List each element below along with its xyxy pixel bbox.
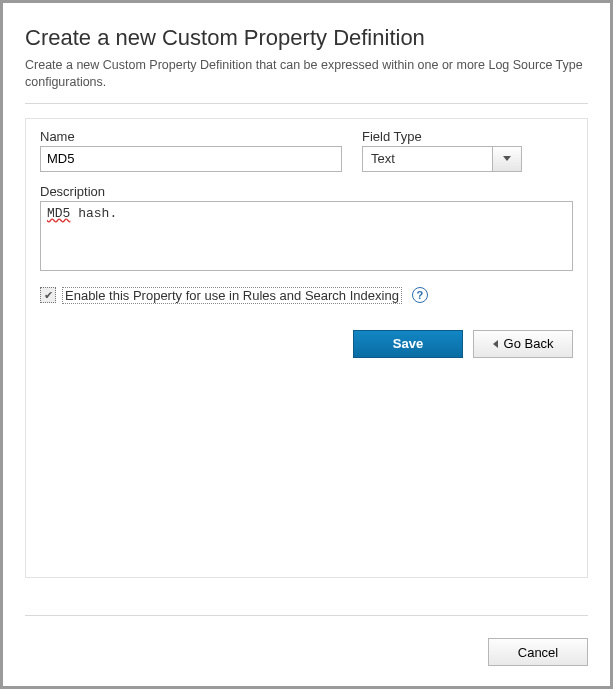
field-field-type: Field Type Text [362, 129, 522, 172]
field-description: Description MD5 hash. [40, 184, 573, 271]
help-icon[interactable]: ? [412, 287, 428, 303]
name-input[interactable] [40, 146, 342, 172]
modal-create-custom-property: Create a new Custom Property Definition … [0, 0, 613, 689]
cancel-button[interactable]: Cancel [488, 638, 588, 666]
go-back-label: Go Back [504, 336, 554, 351]
description-input[interactable]: MD5 hash. [40, 201, 573, 271]
chevron-left-icon [493, 340, 498, 348]
label-name: Name [40, 129, 342, 144]
row-name-type: Name Field Type Text [40, 129, 573, 172]
enable-rules-label[interactable]: Enable this Property for use in Rules an… [62, 287, 402, 304]
label-field-type: Field Type [362, 129, 522, 144]
label-description: Description [40, 184, 573, 199]
page-title: Create a new Custom Property Definition [25, 25, 588, 51]
divider-bottom [25, 615, 588, 616]
spellcheck-underline: MD5 [47, 206, 70, 221]
chevron-down-icon [503, 156, 511, 161]
form-button-row: Save Go Back [40, 330, 573, 358]
field-type-select[interactable]: Text [362, 146, 522, 172]
enable-rules-row: Enable this Property for use in Rules an… [40, 287, 573, 304]
field-name: Name [40, 129, 342, 172]
field-type-dropdown-button[interactable] [492, 146, 522, 172]
footer-button-row: Cancel [488, 638, 588, 666]
save-button[interactable]: Save [353, 330, 463, 358]
page-subtitle: Create a new Custom Property Definition … [25, 57, 588, 91]
enable-rules-checkbox[interactable] [40, 287, 56, 303]
divider-top [25, 103, 588, 104]
go-back-button[interactable]: Go Back [473, 330, 573, 358]
field-type-selected: Text [362, 146, 492, 172]
description-rest: hash. [70, 206, 117, 221]
form-panel: Name Field Type Text Description MD5 has… [25, 118, 588, 578]
